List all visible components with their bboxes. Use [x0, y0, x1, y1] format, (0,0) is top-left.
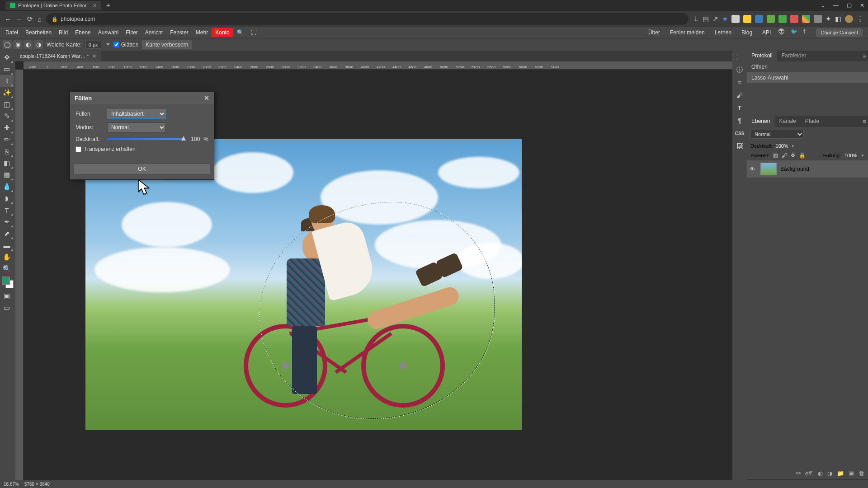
- extension-icon[interactable]: [767, 15, 775, 23]
- menu-bearbeiten[interactable]: Bearbeiten: [22, 28, 55, 37]
- history-item[interactable]: Lasso-Auswahl: [747, 72, 868, 83]
- heal-tool[interactable]: ✚: [0, 122, 14, 134]
- paragraph-panel-icon[interactable]: ¶: [734, 115, 745, 127]
- zoom-tool[interactable]: 🔍: [0, 263, 14, 275]
- lock-position-icon[interactable]: ✥: [791, 152, 795, 159]
- menu-report[interactable]: Fehler melden: [667, 28, 708, 37]
- dodge-tool[interactable]: ◗: [0, 192, 14, 204]
- extension-icon[interactable]: [755, 15, 763, 23]
- type-tool[interactable]: T: [0, 204, 14, 216]
- refine-edge-button[interactable]: Kante verbessern: [142, 40, 192, 49]
- layers-tab[interactable]: Ebenen: [747, 116, 774, 127]
- opacity-dropdown-icon[interactable]: ▼: [791, 144, 795, 148]
- screenmode-tool[interactable]: ▭: [0, 302, 14, 314]
- fill-type-select[interactable]: Inhaltsbasiert: [107, 109, 166, 119]
- search-icon[interactable]: 🔍: [233, 28, 247, 37]
- facebook-icon[interactable]: f: [803, 28, 811, 37]
- change-consent-button[interactable]: Change Consent: [816, 28, 863, 37]
- foreground-color[interactable]: [2, 277, 10, 285]
- menu-blog[interactable]: Blog: [739, 28, 755, 37]
- window-maximize-icon[interactable]: ▢: [847, 2, 852, 9]
- layer-group-icon[interactable]: 📁: [837, 470, 844, 477]
- smooth-checkbox-input[interactable]: [113, 42, 119, 47]
- ok-button[interactable]: OK: [74, 163, 210, 175]
- css-panel-icon[interactable]: CSS: [734, 127, 745, 139]
- layer-blend-select[interactable]: Normal: [750, 130, 804, 139]
- eyedropper-tool[interactable]: ✎: [0, 110, 14, 122]
- lock-all-icon[interactable]: 🔒: [799, 152, 806, 159]
- extension-icon[interactable]: [802, 15, 810, 23]
- menu-mehr[interactable]: Mehr: [192, 28, 212, 37]
- menu-fenster[interactable]: Fenster: [166, 28, 192, 37]
- info-panel-icon[interactable]: ⓘ: [734, 64, 745, 76]
- reader-icon[interactable]: ▤: [703, 15, 709, 23]
- menu-about[interactable]: Über: [646, 28, 663, 37]
- opacity-slider[interactable]: [107, 138, 184, 140]
- wand-tool[interactable]: ✨: [0, 87, 14, 99]
- move-tool[interactable]: ✥: [0, 52, 14, 63]
- layer-mask-icon[interactable]: ◐: [818, 470, 823, 477]
- document-tab[interactable]: couple-1718244 Karen War… * ✕: [15, 51, 101, 61]
- tab-close-icon[interactable]: ✕: [93, 3, 97, 9]
- pen-tool[interactable]: ✒: [0, 216, 14, 228]
- color-swatches[interactable]: [2, 277, 14, 288]
- slider-thumb[interactable]: [181, 136, 186, 141]
- collapse-arrows-icon[interactable]: ‹‹ ››: [732, 52, 747, 61]
- chevron-down-icon[interactable]: ⌄: [821, 2, 825, 9]
- clone-tool[interactable]: ⎘: [0, 145, 14, 157]
- menu-learn[interactable]: Lernen: [712, 28, 734, 37]
- dialog-close-icon[interactable]: ✕: [204, 94, 209, 102]
- feather-dropdown-icon[interactable]: [106, 43, 110, 46]
- menu-auswahl[interactable]: Auswahl: [94, 28, 122, 37]
- layer-fill-value[interactable]: 100%: [844, 153, 857, 158]
- preserve-transparency-checkbox[interactable]: Transparenz erhalten: [75, 146, 136, 152]
- marquee-tool[interactable]: ▭: [0, 63, 14, 75]
- hand-tool[interactable]: ✋: [0, 251, 14, 263]
- browser-tab[interactable]: Photopea | Online Photo Editor ✕: [5, 1, 101, 10]
- menu-api[interactable]: API: [760, 28, 774, 37]
- swatches-tab[interactable]: Farbfelder: [777, 51, 811, 61]
- window-close-icon[interactable]: ✕: [860, 2, 864, 9]
- layer-thumbnail[interactable]: [760, 163, 777, 175]
- delete-layer-icon[interactable]: 🗑: [859, 470, 864, 477]
- new-layer-icon[interactable]: ▣: [849, 470, 854, 477]
- zoom-level[interactable]: 16.67%: [4, 482, 19, 487]
- menu-ebene[interactable]: Ebene: [71, 28, 94, 37]
- lasso-option-icon[interactable]: ◯: [3, 40, 12, 49]
- add-selection-icon[interactable]: ◉: [13, 40, 22, 49]
- feather-input[interactable]: 0 px: [85, 41, 101, 49]
- image-panel-icon[interactable]: 🖼: [734, 140, 745, 152]
- extension-icon[interactable]: [778, 15, 787, 23]
- extension-icon[interactable]: [743, 15, 751, 23]
- quickmask-tool[interactable]: ▣: [0, 290, 14, 302]
- brush-tool[interactable]: ✏: [0, 134, 14, 145]
- share-icon[interactable]: ↗: [712, 15, 718, 23]
- menu-ansicht[interactable]: Ansicht: [142, 28, 166, 37]
- extension-icon[interactable]: [790, 15, 798, 23]
- extension-icon[interactable]: [731, 15, 740, 23]
- layer-opacity-value[interactable]: 100%: [776, 143, 788, 149]
- install-icon[interactable]: ⤓: [693, 15, 699, 23]
- layer-name[interactable]: Background: [780, 166, 809, 172]
- fullscreen-icon[interactable]: ⛶: [247, 28, 260, 37]
- lock-transparency-icon[interactable]: ▦: [773, 152, 778, 159]
- panel-menu-icon[interactable]: ≡: [863, 118, 866, 125]
- path-select-tool[interactable]: ⬈: [0, 228, 14, 239]
- profile-avatar[interactable]: [845, 15, 853, 23]
- back-icon[interactable]: ←: [5, 15, 11, 23]
- gradient-tool[interactable]: ▦: [0, 169, 14, 181]
- window-minimize-icon[interactable]: —: [833, 2, 839, 9]
- crop-tool[interactable]: ◫: [0, 99, 14, 110]
- menu-bild[interactable]: Bild: [55, 28, 71, 37]
- blur-tool[interactable]: 💧: [0, 181, 14, 192]
- subtract-selection-icon[interactable]: ◐: [24, 40, 33, 49]
- menu-datei[interactable]: Datei: [2, 28, 22, 37]
- transparency-checkbox-input[interactable]: [75, 146, 81, 152]
- brush-panel-icon[interactable]: 🖌: [734, 89, 745, 101]
- history-item[interactable]: Öffnen: [747, 61, 868, 72]
- twitter-icon[interactable]: 🐦: [791, 28, 799, 37]
- forward-icon[interactable]: →: [16, 15, 23, 23]
- url-bar[interactable]: 🔒 photopea.com: [46, 13, 689, 25]
- histogram-panel-icon[interactable]: ≡: [734, 77, 745, 89]
- new-tab-button[interactable]: +: [106, 1, 110, 9]
